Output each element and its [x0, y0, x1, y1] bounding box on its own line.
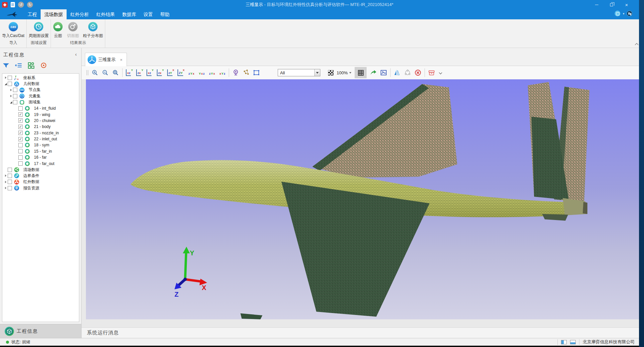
tree-item-face-19-wing[interactable]: ✓19 - wing	[2, 111, 79, 117]
combobox-dropdown-icon[interactable]	[314, 69, 320, 76]
tree-item-face-17-far_out[interactable]: 17 - far_out	[2, 160, 79, 166]
ribbon-collapse-button[interactable]	[634, 42, 639, 47]
checkbox-node-set[interactable]	[13, 88, 17, 92]
view-axis-button-9[interactable]: zYx	[208, 69, 215, 76]
checkbox-face-set[interactable]	[13, 100, 17, 104]
view-axis-button-4[interactable]: zxY	[157, 69, 164, 76]
panel-bottom-tab[interactable]: 工程信息	[0, 324, 81, 338]
particles-display-button[interactable]	[242, 69, 250, 76]
checkbox-geometry-data[interactable]	[8, 82, 12, 86]
view-axis-button-3[interactable]: xzY	[146, 69, 154, 76]
redo-icon[interactable]: ↻	[27, 2, 33, 8]
checkbox-coordinate-system[interactable]	[8, 76, 12, 80]
mesh-grid-toggle-button[interactable]	[355, 67, 367, 78]
layout-button[interactable]	[627, 11, 632, 16]
toolbar-more-caret-icon[interactable]	[439, 71, 442, 74]
dither-transparency-icon[interactable]	[328, 70, 334, 76]
box-select-button[interactable]	[253, 69, 260, 76]
tree-expanded-arrow-icon[interactable]	[9, 100, 13, 104]
zoom-in-button[interactable]	[91, 69, 99, 76]
checkbox-face-21-body[interactable]: ✓	[18, 125, 23, 129]
style-dropdown-caret-icon[interactable]: ▾	[623, 12, 624, 15]
undo-icon[interactable]: ↺	[18, 2, 24, 8]
checkbox-face-15-far_in[interactable]	[18, 149, 23, 153]
tree-collapsed-arrow-icon[interactable]	[4, 186, 8, 190]
display-filter-combobox[interactable]: All	[278, 69, 320, 76]
tree-collapsed-arrow-icon[interactable]	[4, 180, 8, 184]
tree-item-face-15-far_in[interactable]: 15 - far_in	[2, 148, 79, 154]
checkbox-face-22-inlet_out[interactable]: ✓	[18, 137, 23, 141]
ribbon-button-cloud[interactable]: 云图	[51, 21, 65, 39]
ribbon-button-cas[interactable]: cas导入Cas/Dat	[0, 21, 26, 39]
camera-view-button[interactable]	[232, 69, 239, 76]
tree-item-infrared-data[interactable]: 红外数据	[2, 179, 79, 185]
tree-expanded-arrow-icon[interactable]	[4, 82, 8, 86]
checkbox-flow-field-data[interactable]	[8, 168, 12, 172]
viewport-3d[interactable]: Y X Z	[86, 79, 639, 319]
menu-item-1[interactable]: 工程	[24, 9, 41, 19]
tree-item-face-20-chuiwei[interactable]: ✓20 - chuiwei	[2, 118, 79, 124]
tree-item-node-set[interactable]: 节点集	[2, 87, 79, 93]
minimize-button[interactable]	[589, 0, 604, 9]
checkbox-face-23-nozzle_in[interactable]: ✓	[18, 131, 23, 135]
tree-item-face-16-far[interactable]: 16 - far	[2, 154, 79, 160]
tree-collapsed-arrow-icon[interactable]	[9, 88, 13, 92]
view-axis-button-8[interactable]: Yxz	[198, 69, 205, 76]
ribbon-button-particle[interactable]: 粒子分布图	[81, 21, 105, 39]
checkbox-infrared-data[interactable]	[8, 180, 12, 184]
tree-item-face-23-nozzle_in[interactable]: ✓23 - nozzle_in	[2, 130, 79, 136]
tree-item-element-set[interactable]: 元素集	[2, 93, 79, 99]
ribbon-button-slice[interactable]: 切面图	[65, 21, 81, 39]
menu-item-5[interactable]: 数据库	[119, 9, 140, 19]
tree-item-flow-field-data[interactable]: 流场数据	[2, 167, 79, 173]
tree-collapsed-arrow-icon[interactable]	[9, 94, 13, 98]
tree-item-report-resources[interactable]: 报告资源	[2, 185, 79, 191]
tree-collapsed-arrow-icon[interactable]	[4, 174, 8, 178]
zoom-level-dropdown[interactable]: 100%	[337, 70, 352, 75]
checkbox-face-20-chuiwei[interactable]: ✓	[18, 118, 23, 123]
view-axis-button-6[interactable]: ZYX	[177, 69, 184, 76]
menu-item-7[interactable]: 帮助	[157, 9, 173, 19]
close-button[interactable]: ×	[619, 0, 634, 9]
layout-left-panel-icon[interactable]	[561, 340, 567, 344]
tree-item-face-22-inlet_out[interactable]: ✓22 - inlet_out	[2, 136, 79, 142]
view-axis-button-10[interactable]: xYz	[218, 69, 226, 76]
locate-target-icon[interactable]	[40, 62, 48, 69]
checkbox-face-18-sym[interactable]	[18, 143, 23, 147]
checkbox-face-19-wing[interactable]: ✓	[18, 112, 23, 117]
checkbox-boundary-conditions[interactable]	[8, 174, 12, 178]
list-outline-icon[interactable]	[15, 62, 23, 69]
menu-item-3[interactable]: 红外分析	[67, 9, 93, 19]
tree-item-boundary-conditions[interactable]: 边界条件	[2, 173, 79, 179]
restore-button[interactable]	[604, 0, 619, 9]
tree-item-face-18-sym[interactable]: 18 - sym	[2, 142, 79, 148]
checkbox-face-14-int_fluid[interactable]	[18, 106, 23, 111]
export-share-button[interactable]	[370, 69, 377, 76]
tree-item-face-21-body[interactable]: ✓21 - body	[2, 124, 79, 130]
zoom-out-button[interactable]	[102, 69, 109, 76]
tab-3d-display[interactable]: 三维显示 ×	[85, 53, 127, 66]
tree-item-face-set[interactable]: 面域集	[2, 99, 79, 105]
style-button[interactable]	[615, 11, 620, 16]
snapshot-button[interactable]	[380, 69, 387, 76]
checkbox-face-17-far_out[interactable]	[18, 161, 23, 166]
checkbox-face-16-far[interactable]	[18, 155, 23, 160]
tree-item-face-14-int_fluid[interactable]: 14 - int_fluid	[2, 105, 79, 111]
view-axis-button-7[interactable]: zYx	[187, 69, 195, 76]
view-axis-button-2[interactable]: zxY	[136, 69, 143, 76]
checkbox-element-set[interactable]	[13, 94, 17, 98]
view-axis-button-1[interactable]: xzY	[126, 69, 133, 76]
checkbox-report-resources[interactable]	[8, 186, 12, 190]
toolbar-drag-handle[interactable]	[87, 70, 88, 75]
grid-view-icon[interactable]	[27, 62, 35, 69]
tab-close-icon[interactable]: ×	[119, 57, 124, 62]
layout-bottom-panel-icon[interactable]	[570, 340, 576, 344]
zoom-fit-button[interactable]	[112, 69, 119, 76]
archive-box-button[interactable]	[428, 69, 435, 76]
ribbon-button-clock[interactable]: 周期面设置	[27, 21, 51, 39]
delete-button[interactable]	[414, 69, 422, 76]
new-document-icon[interactable]	[11, 2, 15, 7]
node-group-button[interactable]	[404, 69, 411, 76]
filter-icon[interactable]	[2, 62, 10, 69]
menu-item-2[interactable]: 流场数据	[41, 9, 67, 19]
